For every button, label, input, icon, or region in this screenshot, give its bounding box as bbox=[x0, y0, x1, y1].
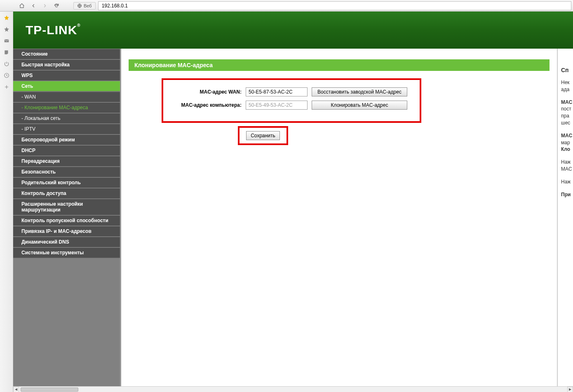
sidebar-item-status[interactable]: Состояние bbox=[13, 49, 120, 59]
pc-mac-row: MAC-адрес компьютера: Клонировать MAC-ад… bbox=[176, 101, 407, 110]
back-icon[interactable] bbox=[29, 1, 38, 10]
sidebar-item-routing[interactable]: Расширенные настройки маршрутизации bbox=[13, 199, 120, 215]
wan-mac-label: MAC-адрес WAN: bbox=[176, 89, 242, 95]
star-icon[interactable] bbox=[3, 26, 10, 33]
sidebar-item-dhcp[interactable]: DHCP bbox=[13, 145, 120, 156]
sidebar-item-security[interactable]: Безопасность bbox=[13, 167, 120, 177]
sidebar-item-network[interactable]: Сеть bbox=[13, 81, 120, 92]
router-header: TP-LINK® bbox=[13, 12, 573, 49]
mail-icon[interactable] bbox=[3, 37, 10, 45]
sidebar-item-ip-mac-binding[interactable]: Привязка IP- и MAC-адресов bbox=[13, 226, 120, 237]
main-content: Клонирование MAC-адреса MAC-адрес WAN: В… bbox=[121, 49, 557, 386]
browser-toolbar: Веб bbox=[0, 0, 573, 12]
address-bar[interactable] bbox=[98, 1, 571, 10]
clock-icon[interactable] bbox=[3, 72, 10, 79]
forward-icon[interactable] bbox=[40, 1, 49, 10]
sidebar-item-access-control[interactable]: Контроль доступа bbox=[13, 188, 120, 199]
svg-rect-1 bbox=[4, 40, 9, 42]
sidebar-item-parental[interactable]: Родительский контроль bbox=[13, 177, 120, 188]
sidebar-item-wan[interactable]: - WAN bbox=[13, 92, 120, 102]
sidebar-item-system-tools[interactable]: Системные инструменты bbox=[13, 247, 120, 258]
plus-icon[interactable] bbox=[3, 83, 10, 91]
sidebar-item-wireless[interactable]: Беспроводной режим bbox=[13, 134, 120, 145]
home-icon[interactable] bbox=[17, 1, 26, 10]
sidebar-item-forwarding[interactable]: Переадресация bbox=[13, 156, 120, 167]
sidebar-item-quick-setup[interactable]: Быстрая настройка bbox=[13, 59, 120, 70]
favorites-gold-icon[interactable] bbox=[3, 14, 10, 21]
sidebar-item-mac-clone[interactable]: - Клонирование MAC-адреса bbox=[13, 102, 120, 113]
help-panel: Сп Нек ада MAC пост пра шес MAC мар Кло … bbox=[557, 49, 573, 386]
restore-mac-button[interactable]: Восстановить заводской MAC-адрес bbox=[312, 87, 407, 96]
mac-form-highlight: MAC-адрес WAN: Восстановить заводской MA… bbox=[162, 78, 421, 123]
note-icon[interactable] bbox=[3, 49, 10, 56]
sidebar-item-iptv[interactable]: - IPTV bbox=[13, 124, 120, 134]
help-title: Сп bbox=[561, 67, 571, 73]
clone-mac-button[interactable]: Клонировать MAC-адрес bbox=[312, 101, 407, 110]
sidebar-item-bandwidth[interactable]: Контроль пропускной способности bbox=[13, 215, 120, 226]
sidebar-menu: Состояние Быстрая настройка WPS Сеть - W… bbox=[13, 49, 121, 386]
globe-icon bbox=[77, 3, 82, 8]
browser-side-panel bbox=[0, 12, 13, 386]
reload-icon[interactable] bbox=[52, 1, 61, 10]
sidebar-item-lan[interactable]: - Локальная сеть bbox=[13, 113, 120, 124]
pc-mac-label: MAC-адрес компьютера: bbox=[176, 102, 242, 108]
sidebar-item-wps[interactable]: WPS bbox=[13, 70, 120, 81]
sidebar-item-ddns[interactable]: Динамический DNS bbox=[13, 237, 120, 247]
section-title: Клонирование MAC-адреса bbox=[129, 59, 550, 71]
address-prefix-label: Веб bbox=[84, 3, 92, 8]
wan-mac-row: MAC-адрес WAN: Восстановить заводской MA… bbox=[176, 87, 407, 96]
wan-mac-input[interactable] bbox=[246, 87, 308, 96]
address-prefix[interactable]: Веб bbox=[73, 2, 96, 9]
pc-mac-input bbox=[246, 101, 308, 110]
save-highlight: Сохранить bbox=[238, 126, 288, 145]
tp-link-logo: TP-LINK® bbox=[26, 23, 81, 37]
power-icon[interactable] bbox=[3, 60, 10, 68]
save-button[interactable]: Сохранить bbox=[246, 131, 280, 140]
